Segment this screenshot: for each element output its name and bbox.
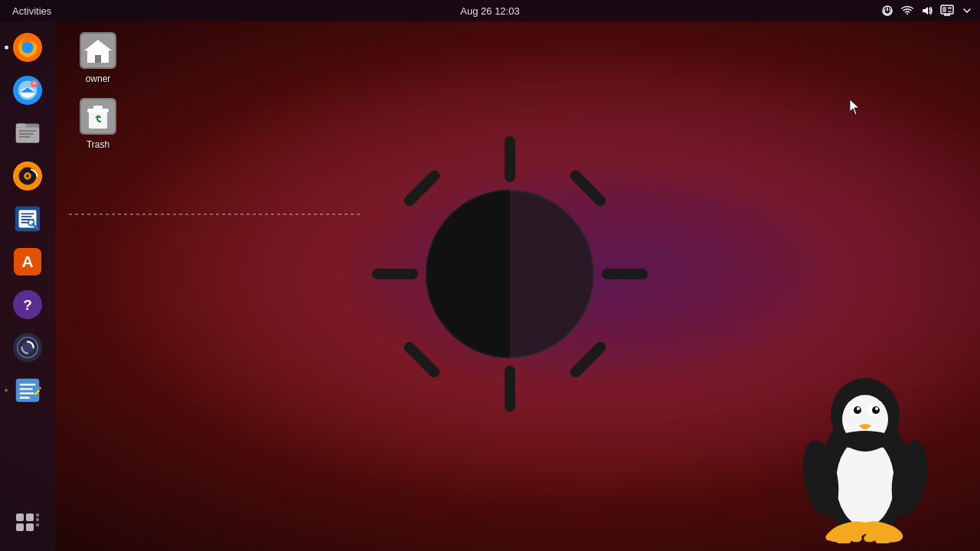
datetime-display: Aug 26 12:03 <box>460 5 519 17</box>
svg-point-18 <box>857 407 860 410</box>
dock-item-help[interactable]: ? <box>8 285 47 324</box>
dock-item-obs[interactable] <box>8 328 47 367</box>
svg-rect-5 <box>567 168 607 208</box>
svg-rect-57 <box>21 216 31 217</box>
svg-rect-36 <box>948 11 952 12</box>
svg-rect-75 <box>16 523 24 531</box>
dock-item-appcenter[interactable]: A <box>8 242 47 282</box>
topbar-right <box>880 4 974 18</box>
svg-rect-35 <box>948 7 952 9</box>
wifi-icon[interactable] <box>900 4 914 18</box>
svg-rect-47 <box>19 130 37 132</box>
dock-item-firefox[interactable] <box>8 28 47 67</box>
svg-rect-70 <box>20 388 33 390</box>
svg-point-39 <box>21 41 33 53</box>
svg-rect-87 <box>93 106 103 109</box>
svg-rect-82 <box>95 55 101 63</box>
dock-item-libreoffice[interactable] <box>8 199 47 239</box>
topbar-dropdown-arrow[interactable] <box>960 4 974 18</box>
svg-point-30 <box>836 431 894 449</box>
svg-rect-4 <box>401 168 441 208</box>
desktop[interactable] <box>0 0 980 551</box>
dock-item-rhythmbox[interactable] <box>8 156 47 196</box>
dock-active-indicator <box>5 46 8 50</box>
svg-rect-0 <box>505 136 515 182</box>
dock: A ? <box>0 21 55 551</box>
svg-rect-2 <box>372 269 418 279</box>
desktop-icon-trash[interactable]: Trash <box>67 93 129 153</box>
topbar-left: Activities <box>6 5 57 17</box>
svg-rect-46 <box>16 127 39 142</box>
desktop-icon-owner[interactable]: owner <box>67 28 129 87</box>
svg-rect-7 <box>567 340 607 380</box>
svg-rect-34 <box>942 7 946 12</box>
svg-point-43 <box>31 80 38 88</box>
center-brightness-icon <box>364 129 655 422</box>
owner-icon-box <box>78 31 118 70</box>
svg-rect-71 <box>20 393 34 394</box>
svg-rect-76 <box>26 523 34 531</box>
svg-rect-74 <box>26 514 34 521</box>
display-icon[interactable] <box>940 4 954 18</box>
svg-rect-49 <box>19 136 31 138</box>
desktop-icons-area: owner Trash <box>61 21 135 159</box>
svg-rect-48 <box>19 133 34 135</box>
svg-rect-56 <box>21 213 34 214</box>
dock-item-files[interactable] <box>8 113 47 153</box>
session-icon[interactable] <box>880 4 894 18</box>
volume-icon[interactable] <box>920 4 934 18</box>
svg-rect-6 <box>401 340 441 380</box>
svg-rect-45 <box>16 124 26 128</box>
svg-point-19 <box>875 407 878 410</box>
trash-icon-box <box>78 96 118 136</box>
svg-rect-78 <box>36 518 39 521</box>
svg-rect-69 <box>20 383 36 385</box>
dock-active-indicator-editor <box>5 389 8 392</box>
dock-item-thunderbird[interactable] <box>8 70 47 110</box>
svg-rect-77 <box>36 514 39 517</box>
svg-rect-72 <box>20 397 30 399</box>
svg-rect-1 <box>505 366 515 412</box>
trash-icon-label: Trash <box>87 139 109 150</box>
svg-rect-3 <box>602 269 648 279</box>
mouse-cursor <box>850 99 862 115</box>
selection-line <box>69 207 375 222</box>
activities-button[interactable]: Activities <box>6 5 57 17</box>
dock-item-editor[interactable] <box>8 370 47 410</box>
svg-rect-73 <box>16 514 24 521</box>
svg-text:A: A <box>21 253 33 270</box>
svg-point-53 <box>26 174 29 178</box>
show-applications-button[interactable] <box>8 505 47 545</box>
svg-rect-79 <box>36 523 39 527</box>
svg-rect-59 <box>21 222 28 223</box>
svg-text:?: ? <box>23 297 32 313</box>
topbar: Activities Aug 26 12:03 <box>0 0 980 21</box>
tux-penguin <box>796 367 934 543</box>
owner-icon-label: owner <box>86 73 111 84</box>
